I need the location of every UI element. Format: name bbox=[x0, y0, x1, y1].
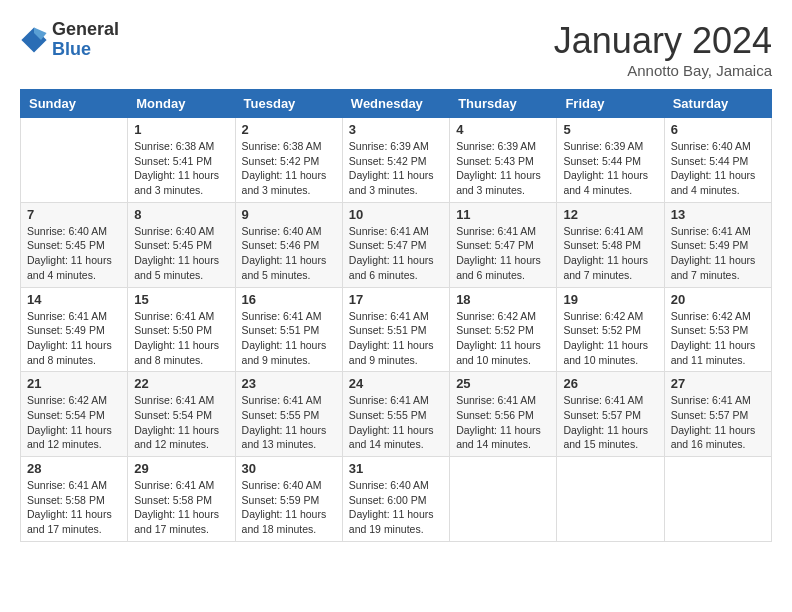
calendar-cell: 31Sunrise: 6:40 AM Sunset: 6:00 PM Dayli… bbox=[342, 457, 449, 542]
day-info: Sunrise: 6:39 AM Sunset: 5:43 PM Dayligh… bbox=[456, 139, 550, 198]
day-info: Sunrise: 6:41 AM Sunset: 5:47 PM Dayligh… bbox=[349, 224, 443, 283]
calendar-cell: 25Sunrise: 6:41 AM Sunset: 5:56 PM Dayli… bbox=[450, 372, 557, 457]
calendar-cell: 27Sunrise: 6:41 AM Sunset: 5:57 PM Dayli… bbox=[664, 372, 771, 457]
calendar-cell: 29Sunrise: 6:41 AM Sunset: 5:58 PM Dayli… bbox=[128, 457, 235, 542]
day-number: 18 bbox=[456, 292, 550, 307]
day-number: 17 bbox=[349, 292, 443, 307]
day-info: Sunrise: 6:41 AM Sunset: 5:55 PM Dayligh… bbox=[242, 393, 336, 452]
calendar-cell: 5Sunrise: 6:39 AM Sunset: 5:44 PM Daylig… bbox=[557, 118, 664, 203]
day-info: Sunrise: 6:41 AM Sunset: 5:48 PM Dayligh… bbox=[563, 224, 657, 283]
day-info: Sunrise: 6:42 AM Sunset: 5:52 PM Dayligh… bbox=[456, 309, 550, 368]
header-thursday: Thursday bbox=[450, 90, 557, 118]
calendar-cell: 15Sunrise: 6:41 AM Sunset: 5:50 PM Dayli… bbox=[128, 287, 235, 372]
calendar-cell: 19Sunrise: 6:42 AM Sunset: 5:52 PM Dayli… bbox=[557, 287, 664, 372]
calendar-cell: 17Sunrise: 6:41 AM Sunset: 5:51 PM Dayli… bbox=[342, 287, 449, 372]
day-number: 21 bbox=[27, 376, 121, 391]
day-info: Sunrise: 6:41 AM Sunset: 5:50 PM Dayligh… bbox=[134, 309, 228, 368]
calendar-cell: 16Sunrise: 6:41 AM Sunset: 5:51 PM Dayli… bbox=[235, 287, 342, 372]
day-info: Sunrise: 6:38 AM Sunset: 5:41 PM Dayligh… bbox=[134, 139, 228, 198]
day-number: 16 bbox=[242, 292, 336, 307]
calendar-cell bbox=[557, 457, 664, 542]
day-info: Sunrise: 6:41 AM Sunset: 5:51 PM Dayligh… bbox=[349, 309, 443, 368]
calendar-week-row: 21Sunrise: 6:42 AM Sunset: 5:54 PM Dayli… bbox=[21, 372, 772, 457]
day-info: Sunrise: 6:42 AM Sunset: 5:54 PM Dayligh… bbox=[27, 393, 121, 452]
calendar-week-row: 28Sunrise: 6:41 AM Sunset: 5:58 PM Dayli… bbox=[21, 457, 772, 542]
calendar-cell bbox=[21, 118, 128, 203]
calendar-week-row: 7Sunrise: 6:40 AM Sunset: 5:45 PM Daylig… bbox=[21, 202, 772, 287]
day-info: Sunrise: 6:40 AM Sunset: 5:44 PM Dayligh… bbox=[671, 139, 765, 198]
day-number: 24 bbox=[349, 376, 443, 391]
calendar-week-row: 14Sunrise: 6:41 AM Sunset: 5:49 PM Dayli… bbox=[21, 287, 772, 372]
day-number: 14 bbox=[27, 292, 121, 307]
logo-icon bbox=[20, 26, 48, 54]
calendar-cell: 8Sunrise: 6:40 AM Sunset: 5:45 PM Daylig… bbox=[128, 202, 235, 287]
day-info: Sunrise: 6:41 AM Sunset: 5:57 PM Dayligh… bbox=[563, 393, 657, 452]
day-number: 4 bbox=[456, 122, 550, 137]
header-sunday: Sunday bbox=[21, 90, 128, 118]
calendar-cell: 24Sunrise: 6:41 AM Sunset: 5:55 PM Dayli… bbox=[342, 372, 449, 457]
day-number: 1 bbox=[134, 122, 228, 137]
day-number: 7 bbox=[27, 207, 121, 222]
day-info: Sunrise: 6:41 AM Sunset: 5:58 PM Dayligh… bbox=[134, 478, 228, 537]
title-block: January 2024 Annotto Bay, Jamaica bbox=[554, 20, 772, 79]
calendar-cell: 28Sunrise: 6:41 AM Sunset: 5:58 PM Dayli… bbox=[21, 457, 128, 542]
day-info: Sunrise: 6:39 AM Sunset: 5:42 PM Dayligh… bbox=[349, 139, 443, 198]
calendar-table: SundayMondayTuesdayWednesdayThursdayFrid… bbox=[20, 89, 772, 542]
calendar-cell: 21Sunrise: 6:42 AM Sunset: 5:54 PM Dayli… bbox=[21, 372, 128, 457]
day-number: 27 bbox=[671, 376, 765, 391]
calendar-cell: 4Sunrise: 6:39 AM Sunset: 5:43 PM Daylig… bbox=[450, 118, 557, 203]
calendar-cell: 14Sunrise: 6:41 AM Sunset: 5:49 PM Dayli… bbox=[21, 287, 128, 372]
day-number: 25 bbox=[456, 376, 550, 391]
day-number: 31 bbox=[349, 461, 443, 476]
day-info: Sunrise: 6:41 AM Sunset: 5:58 PM Dayligh… bbox=[27, 478, 121, 537]
calendar-cell: 30Sunrise: 6:40 AM Sunset: 5:59 PM Dayli… bbox=[235, 457, 342, 542]
day-number: 13 bbox=[671, 207, 765, 222]
calendar-cell: 9Sunrise: 6:40 AM Sunset: 5:46 PM Daylig… bbox=[235, 202, 342, 287]
calendar-cell: 18Sunrise: 6:42 AM Sunset: 5:52 PM Dayli… bbox=[450, 287, 557, 372]
day-number: 3 bbox=[349, 122, 443, 137]
day-number: 11 bbox=[456, 207, 550, 222]
logo-blue-text: Blue bbox=[52, 40, 119, 60]
header-tuesday: Tuesday bbox=[235, 90, 342, 118]
day-info: Sunrise: 6:41 AM Sunset: 5:54 PM Dayligh… bbox=[134, 393, 228, 452]
calendar-cell: 12Sunrise: 6:41 AM Sunset: 5:48 PM Dayli… bbox=[557, 202, 664, 287]
day-number: 9 bbox=[242, 207, 336, 222]
day-number: 23 bbox=[242, 376, 336, 391]
calendar-cell: 13Sunrise: 6:41 AM Sunset: 5:49 PM Dayli… bbox=[664, 202, 771, 287]
day-info: Sunrise: 6:41 AM Sunset: 5:51 PM Dayligh… bbox=[242, 309, 336, 368]
header-wednesday: Wednesday bbox=[342, 90, 449, 118]
header-friday: Friday bbox=[557, 90, 664, 118]
day-number: 20 bbox=[671, 292, 765, 307]
calendar-cell: 22Sunrise: 6:41 AM Sunset: 5:54 PM Dayli… bbox=[128, 372, 235, 457]
calendar-cell: 2Sunrise: 6:38 AM Sunset: 5:42 PM Daylig… bbox=[235, 118, 342, 203]
day-info: Sunrise: 6:41 AM Sunset: 5:49 PM Dayligh… bbox=[671, 224, 765, 283]
day-number: 28 bbox=[27, 461, 121, 476]
page-header: General Blue January 2024 Annotto Bay, J… bbox=[20, 20, 772, 79]
day-info: Sunrise: 6:38 AM Sunset: 5:42 PM Dayligh… bbox=[242, 139, 336, 198]
day-number: 26 bbox=[563, 376, 657, 391]
day-info: Sunrise: 6:41 AM Sunset: 5:57 PM Dayligh… bbox=[671, 393, 765, 452]
day-info: Sunrise: 6:40 AM Sunset: 5:59 PM Dayligh… bbox=[242, 478, 336, 537]
day-info: Sunrise: 6:41 AM Sunset: 5:55 PM Dayligh… bbox=[349, 393, 443, 452]
day-number: 2 bbox=[242, 122, 336, 137]
day-info: Sunrise: 6:40 AM Sunset: 5:45 PM Dayligh… bbox=[27, 224, 121, 283]
calendar-cell: 10Sunrise: 6:41 AM Sunset: 5:47 PM Dayli… bbox=[342, 202, 449, 287]
calendar-header-row: SundayMondayTuesdayWednesdayThursdayFrid… bbox=[21, 90, 772, 118]
calendar-cell: 23Sunrise: 6:41 AM Sunset: 5:55 PM Dayli… bbox=[235, 372, 342, 457]
calendar-cell: 11Sunrise: 6:41 AM Sunset: 5:47 PM Dayli… bbox=[450, 202, 557, 287]
calendar-cell: 7Sunrise: 6:40 AM Sunset: 5:45 PM Daylig… bbox=[21, 202, 128, 287]
day-number: 30 bbox=[242, 461, 336, 476]
day-number: 10 bbox=[349, 207, 443, 222]
month-title: January 2024 bbox=[554, 20, 772, 62]
day-number: 19 bbox=[563, 292, 657, 307]
day-number: 5 bbox=[563, 122, 657, 137]
day-number: 22 bbox=[134, 376, 228, 391]
day-info: Sunrise: 6:41 AM Sunset: 5:49 PM Dayligh… bbox=[27, 309, 121, 368]
calendar-cell: 3Sunrise: 6:39 AM Sunset: 5:42 PM Daylig… bbox=[342, 118, 449, 203]
calendar-week-row: 1Sunrise: 6:38 AM Sunset: 5:41 PM Daylig… bbox=[21, 118, 772, 203]
day-info: Sunrise: 6:41 AM Sunset: 5:56 PM Dayligh… bbox=[456, 393, 550, 452]
day-number: 6 bbox=[671, 122, 765, 137]
calendar-cell bbox=[664, 457, 771, 542]
day-info: Sunrise: 6:40 AM Sunset: 5:45 PM Dayligh… bbox=[134, 224, 228, 283]
calendar-cell: 26Sunrise: 6:41 AM Sunset: 5:57 PM Dayli… bbox=[557, 372, 664, 457]
